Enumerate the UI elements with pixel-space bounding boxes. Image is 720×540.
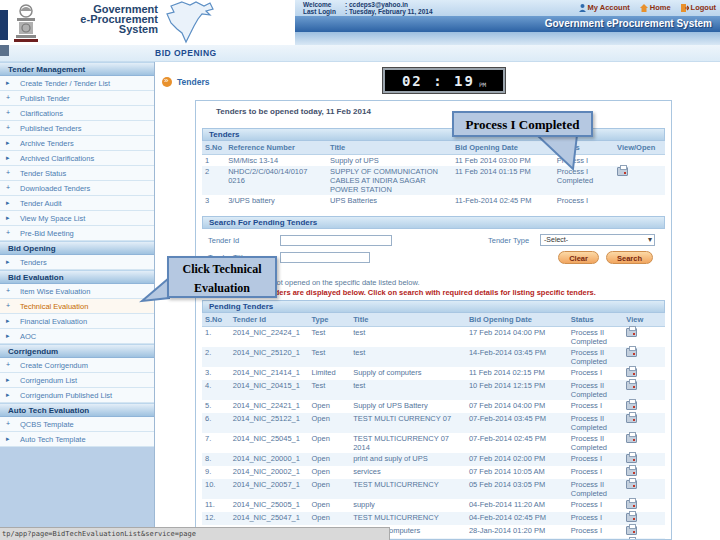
clock-time: 02 : 19: [402, 73, 475, 89]
sidebar-item-label: Item Wise Evaluation: [20, 287, 90, 296]
table-row: 2.2014_NIC_25120_1Testtest14-Feb-2014 03…: [202, 347, 665, 367]
sidebar-item-downloaded-tenders[interactable]: +Downloaded Tenders: [0, 181, 154, 196]
column-header: Type: [308, 313, 350, 327]
tender-id-label: Tender Id: [202, 236, 280, 245]
sidebar-menu: Tender Management▸Create Tender / Tender…: [0, 62, 155, 527]
tender-title-input[interactable]: [280, 252, 370, 263]
click-technical-callout: Click Technical Evaluation: [167, 256, 277, 298]
logo-title: Government e-Procurement System: [46, 4, 158, 34]
sidebar-item-label: QCBS Template: [20, 420, 74, 429]
welcome-label: Welcome: [303, 1, 345, 8]
plus-bullet-icon: +: [6, 124, 10, 131]
view-document-icon[interactable]: [626, 500, 637, 509]
welcome-value: : ccdeps3@yahoo.in: [345, 1, 408, 8]
sidebar-item-published-tenders[interactable]: +Published Tenders: [0, 121, 154, 136]
sidebar-item-corrigendum-published-list[interactable]: ▸Corrigendum Published List: [0, 388, 154, 403]
sidebar-item-label: Financial Evaluation: [20, 317, 87, 326]
sidebar-item-aoc[interactable]: ▸AOC: [0, 329, 154, 344]
view-document-icon[interactable]: [626, 434, 637, 443]
sidebar-item-label: Tenders: [20, 258, 47, 267]
sidebar-item-label: Clarifications: [20, 109, 63, 118]
table-row: 1.2014_NIC_22424_1Testtest17 Feb 2014 04…: [202, 327, 665, 348]
sidebar-item-label: Archive Tenders: [20, 139, 74, 148]
sidebar-item-item-wise-evaluation[interactable]: +Item Wise Evaluation: [0, 284, 154, 299]
sidebar-item-archive-tenders[interactable]: ▸Archive Tenders: [0, 136, 154, 151]
view-document-icon[interactable]: [626, 526, 637, 535]
breadcrumb-arrow-icon: [162, 77, 172, 87]
breadcrumb: Tenders: [162, 77, 209, 87]
view-document-icon[interactable]: [626, 513, 637, 522]
sidebar-item-label: Auto Tech Template: [20, 435, 86, 444]
logo-line-3: System: [46, 24, 158, 34]
tender-type-label: Tender Type: [482, 236, 540, 245]
table-row: 10.2014_NIC_20057_1OpenTEST MULTICURRENC…: [202, 479, 665, 499]
sidebar-item-pre-bid-meeting[interactable]: +Pre-Bid Meeting: [0, 226, 154, 241]
view-document-icon[interactable]: [626, 454, 637, 463]
pending-section-bar: Pending Tenders: [202, 300, 665, 313]
plus-bullet-icon: +: [6, 184, 10, 191]
sidebar-item-archived-clarifications[interactable]: ▸Archived Clarifications: [0, 151, 154, 166]
my-account-label: My Account: [588, 3, 630, 12]
notice-red: The latest 20 tenders are displayed belo…: [216, 288, 656, 297]
column-header: Reference Number: [225, 141, 327, 155]
column-header: Title: [327, 141, 452, 155]
view-document-icon[interactable]: [626, 401, 637, 410]
sidebar-item-tender-status[interactable]: +Tender Status: [0, 166, 154, 181]
clock-meridiem: PM: [479, 81, 486, 91]
search-button[interactable]: Search: [606, 251, 653, 264]
tender-type-select[interactable]: -Select-: [540, 234, 655, 246]
user-icon: [579, 4, 586, 12]
column-header: S.No: [202, 313, 230, 327]
sidebar-item-label: Tender Audit: [20, 199, 62, 208]
sidebar-item-tender-audit[interactable]: ▸Tender Audit: [0, 196, 154, 211]
column-header: Status: [568, 313, 624, 327]
sidebar-item-label: AOC: [20, 332, 36, 341]
sidebar-item-clarifications[interactable]: +Clarifications: [0, 106, 154, 121]
view-document-icon[interactable]: [626, 480, 637, 489]
sidebar-item-technical-evaluation[interactable]: +Technical Evaluation: [0, 299, 154, 314]
search-section-bar: Search For Pending Tenders: [202, 216, 665, 229]
arrow-bullet-icon: ▸: [6, 154, 10, 162]
sidebar-item-create-corrigendum[interactable]: +Create Corrigendum: [0, 358, 154, 373]
sidebar-item-label: Published Tenders: [20, 124, 82, 133]
column-header: Bid Opening Date: [466, 313, 568, 327]
clear-button[interactable]: Clear: [558, 251, 599, 264]
flag-bar: [0, 10, 8, 40]
sidebar-item-tenders[interactable]: ▸Tenders: [0, 255, 154, 270]
sidebar-item-qcbs-template[interactable]: +QCBS Template: [0, 417, 154, 432]
sidebar-item-corrigendum-list[interactable]: ▸Corrigendum List: [0, 373, 154, 388]
home-link[interactable]: Home: [640, 3, 671, 12]
sidebar-item-label: Corrigendum List: [20, 376, 77, 385]
logout-link[interactable]: Logout: [681, 3, 716, 12]
table-row: 3.2014_NIC_21414_1LimitedSupply of compu…: [202, 367, 665, 380]
tenders-section-bar: Tenders: [202, 128, 665, 141]
tender-id-input[interactable]: [280, 235, 392, 246]
sidebar-item-auto-tech-template[interactable]: ▸Auto Tech Template: [0, 432, 154, 447]
sidebar-section-title: Corrigendum: [0, 344, 154, 358]
sidebar-item-view-my-space-list[interactable]: ▸View My Space List: [0, 211, 154, 226]
view-document-icon[interactable]: [626, 467, 637, 476]
sidebar-item-publish-tender[interactable]: +Publish Tender: [0, 91, 154, 106]
sidebar-item-label: Downloaded Tenders: [20, 184, 90, 193]
app-window: Government e-Procurement System Welcome:…: [0, 0, 720, 540]
page-title: BID OPENING: [155, 48, 217, 58]
sidebar-item-label: Archived Clarifications: [20, 154, 94, 163]
welcome-line: Welcome: ccdeps3@yahoo.in: [303, 1, 408, 8]
view-document-icon[interactable]: [626, 381, 637, 390]
view-document-icon[interactable]: [626, 368, 637, 377]
breadcrumb-tenders-link[interactable]: Tenders: [177, 77, 209, 87]
sidebar-item-create-tender-tender-list[interactable]: ▸Create Tender / Tender List: [0, 76, 154, 91]
sidebar-item-label: Tender Status: [20, 169, 66, 178]
view-document-icon[interactable]: [617, 167, 628, 176]
sidebar-item-financial-evaluation[interactable]: ▸Financial Evaluation: [0, 314, 154, 329]
view-document-icon[interactable]: [626, 328, 637, 337]
my-account-link[interactable]: My Account: [579, 3, 630, 12]
view-document-icon[interactable]: [626, 348, 637, 357]
last-login-label: Last Login: [303, 8, 345, 15]
column-header: S.No: [202, 141, 225, 155]
section-title-bar: [0, 45, 720, 62]
arrow-bullet-icon: ▸: [6, 139, 10, 147]
app-title-bar: Government eProcurement System: [295, 16, 720, 32]
view-document-icon[interactable]: [626, 414, 637, 423]
plus-bullet-icon: +: [6, 109, 10, 116]
